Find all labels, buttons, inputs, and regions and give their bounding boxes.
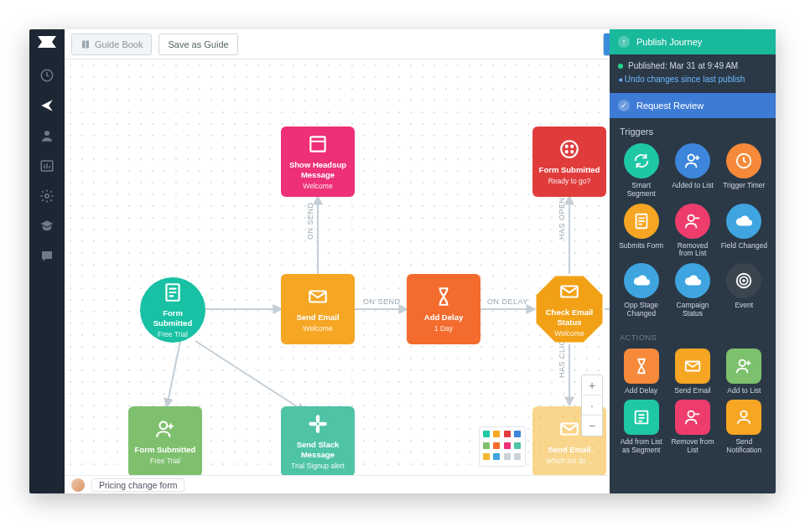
- palette-tile[interactable]: Campaign Status: [669, 263, 715, 318]
- node-check-email[interactable]: Check Email Status Welcome: [534, 274, 605, 344]
- node-delay[interactable]: Add Delay 1 Day: [407, 274, 480, 344]
- node-start-trigger[interactable]: Form Submitted Free Trial: [140, 277, 205, 343]
- palette-tile[interactable]: Smart Segment: [618, 143, 664, 199]
- node-red-form[interactable]: Form Submitted Ready to go?: [532, 127, 606, 197]
- palette-tile[interactable]: Trigger Timer: [721, 143, 767, 199]
- palette-tile[interactable]: Removed from List: [669, 204, 715, 259]
- svg-text:ON SEND: ON SEND: [306, 202, 314, 240]
- palette-tile[interactable]: Opp Stage Changed: [618, 263, 664, 318]
- nav-rail: [29, 29, 65, 493]
- svg-point-24: [571, 151, 573, 152]
- palette-swatch[interactable]: [479, 426, 526, 467]
- rail-time-icon[interactable]: [39, 68, 55, 83]
- palette-tile[interactable]: Added to List: [669, 143, 715, 199]
- node-slack[interactable]: Send Slack Message Trial Signup alert: [281, 406, 355, 477]
- cloud-icon: [726, 204, 761, 239]
- svg-point-43: [688, 411, 693, 417]
- node-title: Form Submitted: [539, 165, 600, 175]
- tile-label: Removed from List: [669, 242, 715, 259]
- journey-name-input[interactable]: Pricing change form: [91, 478, 184, 492]
- tile-label: Event: [735, 302, 753, 310]
- node-sub: Trial Signup alert: [291, 462, 345, 471]
- palette-tile[interactable]: Send Email: [669, 349, 715, 395]
- hourglass-icon: [433, 286, 454, 307]
- svg-text:ON DELAY: ON DELAY: [487, 297, 528, 306]
- app-window: Guide Book Save as Guide Canvas Live Vie…: [29, 29, 776, 493]
- rail-send-icon[interactable]: [39, 98, 55, 113]
- zoom-in-button[interactable]: +: [582, 375, 602, 395]
- svg-rect-30: [309, 422, 317, 426]
- refresh-icon: [624, 143, 659, 178]
- request-review-button[interactable]: ✓ Request Review: [610, 93, 776, 118]
- mail-icon: [675, 349, 710, 384]
- mail-icon: [307, 286, 329, 307]
- published-line: Published: Mar 31 at 9:49 AM: [618, 59, 767, 73]
- svg-point-23: [566, 151, 568, 152]
- rail-chat-icon[interactable]: [39, 249, 55, 264]
- avatar[interactable]: [71, 478, 85, 492]
- tile-label: Add to List: [727, 387, 761, 395]
- tile-label: Add Delay: [625, 387, 657, 395]
- status-bar: Pricing change form: [65, 475, 610, 493]
- node-sub: Welcome: [303, 182, 332, 191]
- rail-gear-icon[interactable]: [39, 189, 55, 204]
- mail-icon: [558, 281, 580, 302]
- node-title: Form Submitted: [145, 308, 200, 328]
- node-sub: Which list do…: [546, 457, 594, 466]
- publish-info: Published: Mar 31 at 9:49 AM Undo change…: [610, 54, 776, 93]
- rail-chart-icon[interactable]: [39, 158, 55, 173]
- tile-label: Added to List: [672, 182, 714, 190]
- node-title: Send Email: [548, 445, 590, 455]
- list-icon: [624, 400, 659, 435]
- journey-canvas[interactable]: ON SEND ON SEND ON DELAY HAS OPENED HAS …: [65, 59, 610, 475]
- zoom-reset-button[interactable]: ·: [582, 395, 602, 416]
- user-plus-icon: [675, 143, 710, 178]
- svg-point-33: [688, 155, 693, 161]
- node-send-email[interactable]: Send Email Welcome: [281, 274, 355, 344]
- tile-label: Send Notification: [721, 438, 767, 455]
- undo-link[interactable]: Undo changes since last publish: [618, 73, 767, 86]
- user-icon: [726, 400, 761, 435]
- node-sub: Welcome: [554, 329, 584, 338]
- svg-rect-31: [319, 422, 327, 426]
- guide-book-label: Guide Book: [95, 39, 143, 49]
- node-headsup[interactable]: Show Headsup Message Welcome: [281, 127, 355, 197]
- rail-user-icon[interactable]: [39, 128, 55, 143]
- svg-point-36: [688, 214, 693, 220]
- publish-label: Publish Journey: [636, 37, 702, 47]
- palette-tile[interactable]: Add from List as Segment: [618, 400, 664, 455]
- palette-tile[interactable]: Field Changed: [721, 204, 767, 259]
- triggers-grid: Smart SegmentAdded to ListTrigger TimerS…: [610, 140, 776, 325]
- clock-icon: [726, 143, 761, 178]
- node-title: Check Email Status: [539, 307, 600, 328]
- svg-text:ON SEND: ON SEND: [363, 297, 401, 306]
- zoom-out-button[interactable]: −: [582, 416, 602, 436]
- publish-journey-button[interactable]: ↑ Publish Journey: [610, 29, 776, 54]
- target-icon: [726, 263, 761, 298]
- palette-tile[interactable]: Add to List: [721, 349, 767, 395]
- node-title: Send Email: [296, 312, 339, 323]
- hourglass-icon: [624, 349, 659, 384]
- node-title: Send Slack Message: [286, 440, 350, 460]
- svg-point-1: [44, 131, 49, 136]
- svg-point-22: [571, 145, 573, 147]
- tile-label: Add from List as Segment: [618, 438, 664, 455]
- user-minus-icon: [675, 400, 710, 435]
- rail-grad-icon[interactable]: [39, 219, 55, 234]
- palette-tile[interactable]: Send Notification: [721, 400, 767, 455]
- node-green-form[interactable]: Form Submitted Free Trial: [128, 406, 202, 477]
- user-plus-icon: [726, 349, 761, 384]
- tile-label: Opp Stage Changed: [618, 302, 664, 318]
- palette-tile[interactable]: Submits Form: [618, 204, 664, 259]
- tile-label: Remove from List: [669, 438, 715, 455]
- guide-book-button[interactable]: Guide Book: [71, 34, 152, 55]
- node-sub: Free Trial: [158, 330, 188, 339]
- tile-label: Send Email: [674, 387, 710, 395]
- palette-tile[interactable]: Remove from List: [669, 400, 715, 455]
- actions-grid: Add DelaySend EmailAdd to ListAdd from L…: [610, 345, 776, 462]
- palette-tile[interactable]: Event: [721, 263, 767, 318]
- palette-tile[interactable]: Add Delay: [618, 349, 664, 395]
- save-as-guide-button[interactable]: Save as Guide: [158, 34, 237, 55]
- svg-point-21: [566, 145, 568, 147]
- popup-icon: [307, 133, 329, 155]
